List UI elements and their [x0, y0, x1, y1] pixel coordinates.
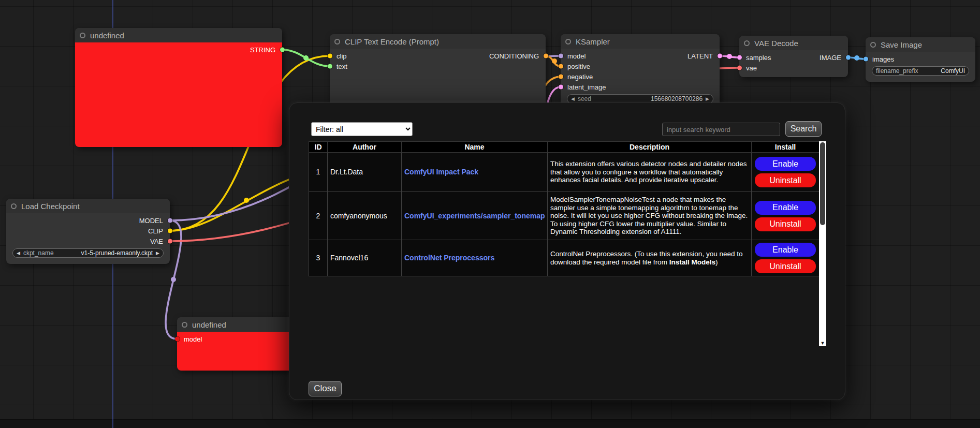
widget-left-arrow-icon[interactable]: ◀	[571, 97, 575, 101]
node-undefined-top[interactable]: undefined STRING	[75, 28, 282, 147]
link-string-to-text-input	[282, 50, 330, 66]
input-port-images[interactable]	[864, 57, 868, 62]
table-row: 1 Dr.Lt.Data ComfyUI Impact Pack This ex…	[309, 153, 820, 192]
node-titlebar[interactable]: CLIP Text Encode (Prompt)	[330, 34, 546, 49]
search-button[interactable]: Search	[785, 121, 822, 137]
table-scrollbar[interactable]: ▼	[819, 141, 826, 346]
widget-value: 156680208700286	[651, 95, 703, 102]
input-port-model[interactable]	[559, 54, 563, 58]
scrollbar-thumb[interactable]	[820, 142, 825, 225]
node-titlebar[interactable]: KSampler	[561, 34, 720, 49]
widget-left-arrow-icon[interactable]: ◀	[17, 251, 20, 256]
input-port-text[interactable]	[328, 64, 332, 69]
node-titlebar[interactable]: undefined	[177, 317, 295, 332]
node-titlebar[interactable]: Load Checkpoint	[6, 199, 170, 213]
slot-row: text	[330, 61, 546, 71]
cell-name: ComfyUI_experiments/sampler_tonemap	[402, 192, 548, 240]
output-port-vae[interactable]	[168, 239, 172, 244]
node-save-image[interactable]: Save Image images filename_prefix ComfyU…	[866, 37, 975, 82]
widget-label: filename_prefix	[876, 67, 918, 75]
header-install: Install	[752, 142, 820, 153]
output-port-clip[interactable]	[168, 229, 172, 233]
slot-label-string: STRING	[250, 46, 275, 54]
slot-row: MODEL	[6, 215, 170, 226]
slot-row: VAE	[6, 236, 170, 246]
slot-row: negative	[561, 71, 720, 82]
output-port-conditioning[interactable]	[544, 54, 548, 58]
canvas-bottom-edge	[0, 419, 980, 428]
filename-prefix-widget[interactable]: filename_prefix ComfyUI	[872, 66, 969, 76]
node-collapse-icon[interactable]	[565, 39, 571, 45]
slot-row: model	[177, 334, 295, 344]
extension-link[interactable]: ComfyUI Impact Pack	[404, 168, 478, 176]
node-title: undefined	[192, 320, 226, 329]
cell-author: comfyanonymous	[328, 192, 402, 240]
link-midpoint-dot	[244, 198, 249, 203]
input-port-positive[interactable]	[559, 64, 563, 69]
cell-install: Enable Uninstall	[752, 153, 820, 192]
extensions-table: ID Author Name Description Install 1 Dr.…	[309, 141, 819, 276]
output-port-model[interactable]	[168, 218, 172, 223]
node-load-checkpoint[interactable]: Load Checkpoint MODEL CLIP VAE ◀ ckpt_na…	[6, 199, 170, 264]
close-button[interactable]: Close	[309, 381, 342, 396]
slot-row: latent_image	[561, 82, 720, 92]
node-collapse-icon[interactable]	[80, 33, 85, 38]
cell-id: 1	[309, 153, 328, 192]
node-title: VAE Decode	[754, 39, 798, 48]
node-collapse-icon[interactable]	[334, 39, 340, 45]
node-titlebar[interactable]: undefined	[75, 28, 282, 42]
output-port-string[interactable]	[280, 48, 285, 52]
slot-row: STRING	[75, 45, 282, 55]
slot-row: clip CONDITIONING	[330, 51, 546, 61]
cell-id: 3	[309, 240, 328, 276]
slot-label-image: IMAGE	[820, 54, 841, 62]
node-collapse-icon[interactable]	[870, 42, 876, 48]
slot-row: positive	[561, 61, 720, 71]
node-titlebar[interactable]: VAE Decode	[739, 36, 848, 50]
enable-button[interactable]: Enable	[755, 243, 816, 257]
uninstall-button[interactable]: Uninstall	[755, 259, 816, 273]
widget-value: ComfyUI	[941, 67, 965, 75]
node-title: Load Checkpoint	[21, 202, 80, 211]
input-port-samples[interactable]	[737, 55, 742, 60]
node-collapse-icon[interactable]	[11, 203, 17, 209]
table-row: 3 Fannovel16 ControlNet Preprocessors Co…	[309, 240, 820, 276]
slot-label-positive: positive	[567, 63, 590, 70]
description-bold-text: Install Models	[669, 258, 715, 266]
enable-button[interactable]: Enable	[755, 157, 816, 171]
link-midpoint-dot	[303, 55, 309, 61]
input-port-latent-image[interactable]	[559, 85, 563, 90]
ckpt-name-widget[interactable]: ◀ ckpt_name v1-5-pruned-emaonly.ckpt ▶	[12, 248, 164, 258]
header-name: Name	[402, 142, 548, 153]
widget-right-arrow-icon[interactable]: ▶	[156, 251, 159, 256]
extension-link[interactable]: ControlNet Preprocessors	[404, 254, 494, 262]
slot-label-images: images	[872, 55, 894, 63]
extension-link[interactable]: ComfyUI_experiments/sampler_tonemap	[404, 212, 545, 220]
cell-name: ComfyUI Impact Pack	[402, 153, 548, 192]
search-input[interactable]	[662, 123, 780, 136]
uninstall-button[interactable]: Uninstall	[755, 217, 816, 231]
input-port-negative[interactable]	[559, 75, 563, 79]
enable-button[interactable]: Enable	[755, 201, 816, 215]
graph-canvas[interactable]: undefined STRING CLIP Text Encode (Promp…	[0, 0, 980, 428]
cell-author: Dr.Lt.Data	[328, 153, 402, 192]
input-port-clip[interactable]	[328, 54, 332, 58]
slot-row: model LATENT	[561, 51, 720, 61]
node-collapse-icon[interactable]	[182, 322, 187, 328]
input-port-model[interactable]	[175, 337, 180, 342]
node-titlebar[interactable]: Save Image	[866, 37, 975, 52]
output-port-image[interactable]	[846, 55, 851, 60]
node-vae-decode[interactable]: VAE Decode samples IMAGE vae	[739, 36, 848, 77]
slot-row: CLIP	[6, 226, 170, 236]
scroll-down-icon[interactable]: ▼	[819, 341, 826, 346]
custom-nodes-manager-dialog: Filter: all Search ID Author Name Descri…	[289, 102, 845, 400]
slot-row: samples IMAGE	[739, 52, 848, 63]
node-collapse-icon[interactable]	[744, 40, 750, 46]
input-port-vae[interactable]	[737, 66, 742, 70]
widget-right-arrow-icon[interactable]: ▶	[706, 97, 709, 101]
filter-select[interactable]: Filter: all	[311, 122, 413, 136]
cell-description: ModelSamplerTonemapNoiseTest a node that…	[548, 192, 752, 240]
node-undefined-bottom[interactable]: undefined model	[177, 317, 295, 371]
output-port-latent[interactable]	[718, 54, 722, 58]
uninstall-button[interactable]: Uninstall	[755, 173, 816, 187]
